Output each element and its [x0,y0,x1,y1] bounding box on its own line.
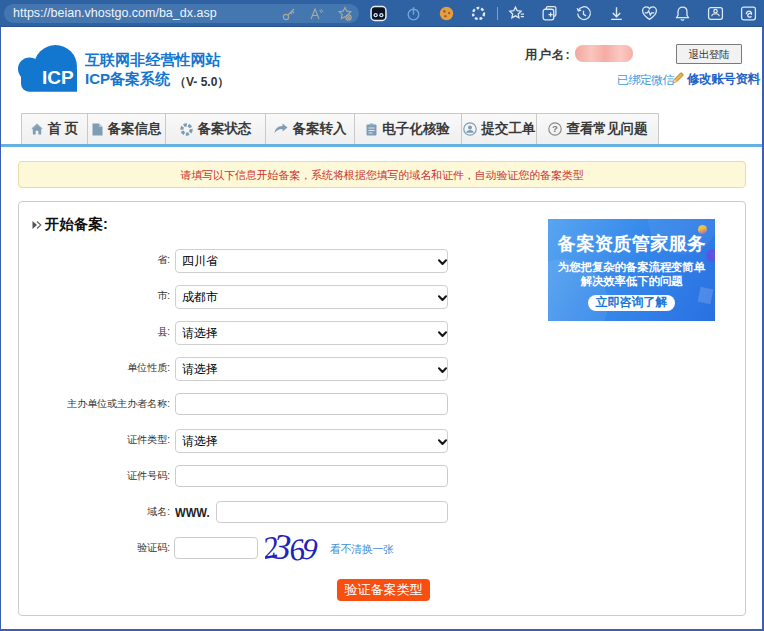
svg-text:ICP: ICP [42,67,74,88]
svg-text:?: ? [552,123,558,134]
